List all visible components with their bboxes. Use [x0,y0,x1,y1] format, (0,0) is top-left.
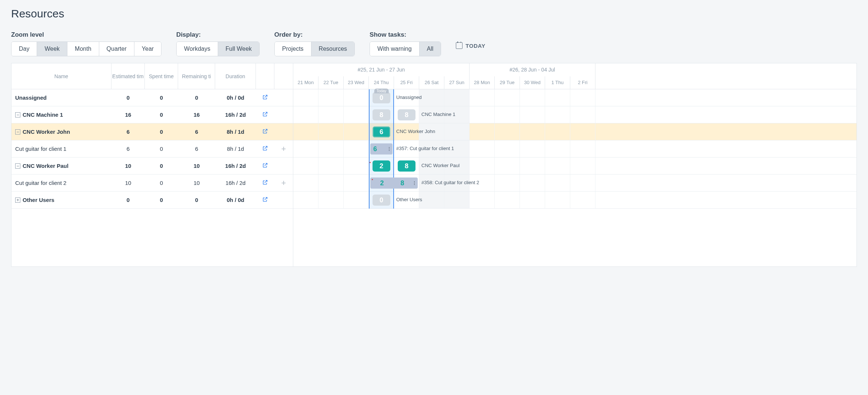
tasks-option-all[interactable]: All [420,42,441,56]
workload-badge[interactable]: 2 [373,160,390,172]
add-task-icon[interactable]: + [281,178,286,188]
name-cell: −CNC Worker Paul [11,157,111,174]
today-button[interactable]: TODAY [456,42,485,49]
estimated-cell: 6 [111,140,145,157]
page-title: Resources [11,7,857,20]
task-bar[interactable]: 28 [370,177,418,189]
order-by-group: ProjectsResources [274,42,355,56]
zoom-option-day[interactable]: Day [11,42,37,56]
day-background [520,123,545,140]
remaining-cell: 16 [178,106,215,123]
day-header: 2 Fri [570,76,595,89]
day-header: 29 Tue [495,76,520,89]
add-task-icon[interactable]: + [281,144,286,154]
external-link-icon[interactable] [262,162,268,169]
week-header-row: #25, 21 Jun - 27 Jun#26, 28 Jun - 04 Jul [293,63,857,76]
table-row: −CNC Machine 11601616h / 2d [11,106,293,123]
spent-cell: 0 [145,175,178,191]
zoom-option-year[interactable]: Year [134,42,161,56]
timeline-row: Today0Unassigned [293,89,857,106]
day-background [293,106,318,123]
workload-badge[interactable]: 8 [373,109,390,120]
external-link-icon[interactable] [262,196,268,203]
table-row: Cut guitar for client 16068h / 1d+ [11,140,293,157]
name-cell: Cut guitar for client 1 [11,140,111,157]
workload-badge[interactable]: 8 [398,160,415,172]
row-name: Cut guitar for client 2 [15,180,66,186]
timeline-row-label: Other Users [396,197,422,202]
day-background [495,106,520,123]
table-row: Cut guitar for client 21001016h / 2d+ [11,175,293,192]
collapse-icon[interactable]: − [15,129,20,135]
day-background [570,192,595,208]
spent-cell: 0 [145,140,178,157]
order-option-projects[interactable]: Projects [275,42,311,56]
external-link-icon[interactable] [262,94,268,101]
remaining-cell: 10 [178,175,215,191]
workload-badge[interactable]: 0 [373,195,390,206]
add-cell [274,123,293,140]
add-cell [274,106,293,123]
zoom-option-week[interactable]: Week [37,42,67,56]
external-link-icon[interactable] [262,111,268,118]
row-name: Cut guitar for client 1 [15,146,66,152]
zoom-option-quarter[interactable]: Quarter [99,42,134,56]
estimated-cell: 0 [111,89,145,106]
drag-handle-icon[interactable] [389,147,390,151]
workload-badge[interactable]: 0 [373,92,390,103]
calendar-icon [456,42,463,49]
tasks-option-with-warning[interactable]: With warning [370,42,419,56]
external-link-icon[interactable] [262,179,268,186]
open-link-cell [256,106,274,123]
timeline-row-label: #358: Cut guitar for client 2 [421,180,479,185]
external-link-icon[interactable] [262,145,268,152]
zoom-label: Zoom level [11,31,161,39]
zoom-level-group: DayWeekMonthQuarterYear [11,42,161,56]
remaining-cell: 6 [178,123,215,140]
external-link-icon[interactable] [262,128,268,135]
collapse-icon[interactable]: − [15,112,20,117]
estimated-cell: 0 [111,192,145,208]
duration-cell: 16h / 2d [215,175,256,191]
name-cell: +Other Users [11,192,111,208]
display-option-workdays[interactable]: Workdays [177,42,218,56]
day-background [520,175,545,191]
day-background [570,106,595,123]
open-link-cell [256,89,274,106]
warning-dot [372,179,373,180]
display-option-full-week[interactable]: Full Week [218,42,259,56]
zoom-option-month[interactable]: Month [67,42,99,56]
day-background [344,192,369,208]
day-background [520,106,545,123]
col-remaining-header: Remaining ti [178,63,215,89]
timeline-row-label: CNC Machine 1 [421,112,455,117]
table-row: −CNC Worker Paul1001016h / 2d [11,157,293,175]
week-header: #25, 21 Jun - 27 Jun [293,63,470,76]
bar-value: 8 [394,179,411,187]
order-label: Order by: [274,31,355,39]
expand-icon[interactable]: + [15,198,20,203]
add-cell: + [274,140,293,157]
timeline-row: 6#357: Cut guitar for client 1 [293,140,857,157]
workload-badge[interactable]: 6 [373,126,390,137]
drag-handle-icon[interactable] [414,181,415,185]
day-background [545,89,570,106]
day-background [470,140,495,157]
row-name: CNC Machine 1 [23,112,63,118]
order-option-resources[interactable]: Resources [311,42,354,56]
day-header: 23 Wed [344,76,369,89]
day-background [520,157,545,174]
timeline-row-label: #357: Cut guitar for client 1 [396,146,454,151]
row-name: Other Users [23,197,54,203]
collapse-icon[interactable]: − [15,163,20,169]
day-header: 25 Fri [394,76,419,89]
day-header: 21 Mon [293,76,318,89]
spent-cell: 0 [145,123,178,140]
workload-badge[interactable]: 8 [398,109,415,120]
task-bar[interactable]: 6 [370,143,393,155]
remaining-cell: 0 [178,192,215,208]
add-cell [274,89,293,106]
day-header: 27 Sun [444,76,470,89]
add-cell [274,192,293,208]
day-header: 26 Sat [419,76,444,89]
